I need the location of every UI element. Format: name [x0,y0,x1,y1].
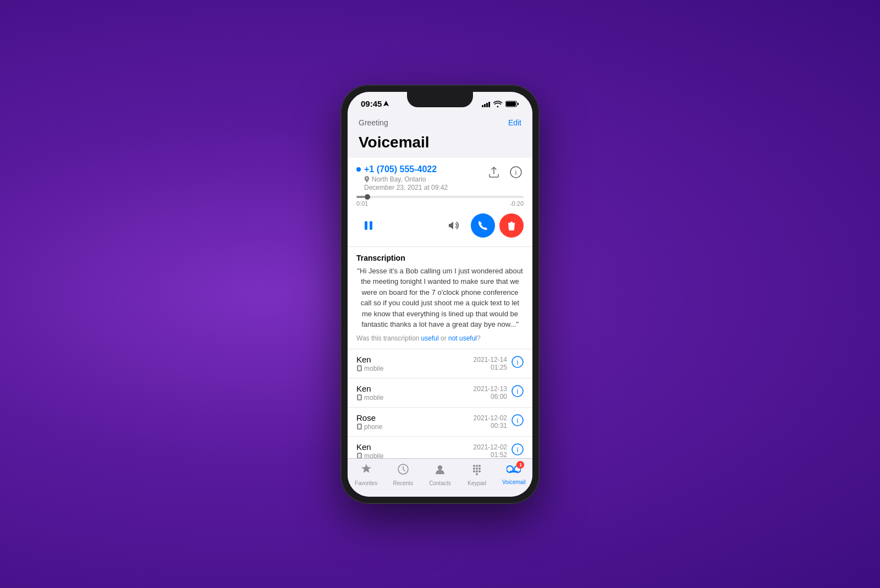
not-useful-link[interactable]: not useful [448,334,477,342]
delete-button[interactable] [499,213,524,238]
tab-keypad[interactable]: Keypad [459,463,496,486]
progress-bar[interactable] [356,196,524,198]
svg-rect-6 [370,221,372,230]
recents-tab-label: Recents [393,480,413,486]
svg-point-32 [479,468,481,470]
svg-point-35 [479,470,481,472]
vm-info-icon[interactable]: i [512,385,524,400]
vm-list-name: Ken [356,355,474,364]
vm-list-info: Ken mobile [356,384,474,402]
svg-point-29 [479,465,481,467]
vm-info-icon[interactable]: i [512,414,524,429]
vm-info-icon[interactable]: i [512,443,524,458]
vm-list-duration: 01:25 [474,364,507,371]
vm-list-duration: 06:00 [474,393,507,400]
vm-location: North Bay, Ontario [372,175,426,183]
tab-voicemail[interactable]: 1 Voicemail [496,463,532,485]
vm-list-info: Ken mobile [356,355,474,372]
status-time: 09:45 [361,99,389,108]
svg-rect-8 [358,366,361,370]
sub-icon [356,453,362,458]
phone-frame: 09:45 [341,85,539,503]
signal-icon [482,101,490,107]
vm-list-sub: phone [356,423,474,431]
vm-list-sub: mobile [356,452,474,458]
vm-list-info: Rose phone [356,413,474,431]
contacts-tab-icon [434,463,446,479]
vm-phone-number: +1 (705) 555-4022 [364,164,437,174]
svg-rect-12 [358,395,361,399]
call-button[interactable] [471,213,495,238]
location-arrow-icon [383,101,389,107]
svg-point-30 [473,468,475,470]
vm-list-right: 2021-12-02 01:52 i [474,443,524,458]
sub-icon [356,424,362,430]
voicemail-list-item[interactable]: Ken mobile 2021-12-14 01:25 i [348,349,532,378]
sub-icon [356,365,362,371]
svg-rect-5 [365,221,367,230]
vm-list-date: 2021-12-02 [474,414,507,422]
greeting-button[interactable]: Greeting [359,118,388,127]
svg-point-33 [473,470,475,472]
vm-actions: i [486,164,524,180]
voicemail-tab-label: Voicemail [502,479,526,485]
transcription-title: Transcription [356,254,524,262]
page-title: Voicemail [348,131,532,158]
svg-rect-2 [518,103,519,105]
svg-rect-39 [510,471,518,472]
phone-screen: 09:45 [348,92,532,497]
svg-text:i: i [515,168,517,176]
vm-list-right: 2021-12-02 00:31 i [474,414,524,430]
top-nav: Greeting Edit [348,116,532,131]
vm-list-duration: 00:31 [474,422,507,430]
contacts-tab-label: Contacts [429,480,450,486]
progress-current: 0:01 [356,200,368,207]
voicemail-tab-icon: 1 [507,463,521,477]
tab-recents[interactable]: Recents [384,463,421,486]
vm-list-date: 2021-12-14 [474,356,507,364]
playback-controls [356,209,524,240]
useful-link[interactable]: useful [421,334,439,342]
tab-bar: Favorites Recents Contacts Keypad [348,458,532,497]
recents-tab-icon [397,463,409,479]
svg-point-28 [476,465,478,467]
svg-point-36 [476,473,478,475]
progress-fill [356,196,365,198]
progress-section: 0:01 -0:20 [356,191,524,209]
vm-list-sub: mobile [356,394,474,402]
pause-button[interactable] [356,213,381,238]
voicemail-list-item[interactable]: Ken mobile 2021-12-02 01:52 i [348,437,532,458]
speaker-button[interactable] [442,213,466,238]
share-button[interactable] [486,164,502,180]
wifi-icon [493,101,502,107]
vm-list-date: 2021-12-13 [474,385,507,393]
vm-date: December 23, 2021 at 09:42 [356,184,486,191]
svg-rect-16 [358,425,361,428]
main-content: Voicemail +1 (705) 555-4022 [348,131,532,458]
vm-caller: +1 (705) 555-4022 [356,164,486,174]
transcription-text: "Hi Jesse it's a Bob calling um I just w… [356,266,524,330]
favorites-tab-icon [360,463,372,479]
info-button[interactable]: i [508,164,524,180]
transcription-section: Transcription "Hi Jesse it's a Bob calli… [348,247,532,349]
vm-list-sub: mobile [356,365,474,372]
vm-info: +1 (705) 555-4022 North Bay, Ontario Dec… [356,164,486,191]
voicemail-list-item[interactable]: Ken mobile 2021-12-13 06:00 i [348,378,532,408]
voicemail-list: Ken mobile 2021-12-14 01:25 i Ken [348,349,532,458]
favorites-tab-label: Favorites [355,480,377,486]
status-bar: 09:45 [348,92,532,116]
vm-info-icon[interactable]: i [512,356,524,371]
battery-icon [505,101,519,107]
edit-button[interactable]: Edit [508,118,521,127]
svg-text:i: i [517,358,519,366]
tab-contacts[interactable]: Contacts [421,463,458,486]
tab-favorites[interactable]: Favorites [348,463,384,486]
sub-icon [356,394,362,400]
svg-rect-1 [506,102,516,106]
svg-point-34 [476,470,478,472]
svg-point-26 [438,465,442,470]
active-voicemail-card[interactable]: +1 (705) 555-4022 North Bay, Ontario Dec… [348,158,532,246]
vm-header: +1 (705) 555-4022 North Bay, Ontario Dec… [356,164,524,191]
voicemail-list-item[interactable]: Rose phone 2021-12-02 00:31 i [348,408,532,437]
svg-point-27 [473,465,475,467]
